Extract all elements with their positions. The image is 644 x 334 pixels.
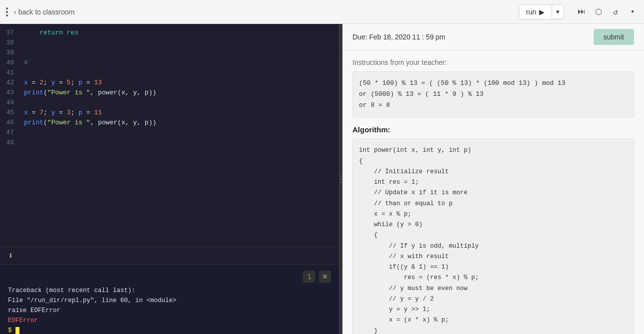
terminal-line-3: raise EOFError — [8, 306, 331, 316]
chevron-left-icon: ‹ — [14, 8, 16, 16]
line-number: 38 — [0, 38, 20, 48]
terminal-prompt: $ — [8, 327, 15, 334]
download-icon[interactable]: ⬇ — [8, 250, 13, 261]
code-line-48: 48 — [0, 138, 339, 148]
editor-panel: 37 return res 38 39 40 # 41 — [0, 24, 339, 334]
line-number: 37 — [0, 28, 20, 38]
line-content: x = 2; y = 5; p = 13 — [20, 78, 339, 88]
line-number: 40 — [0, 58, 20, 68]
code-line-41: 41 — [0, 68, 339, 78]
terminal-import-btn[interactable]: ⤵ — [303, 271, 315, 283]
instructions-label: Instructions from your teacher: — [352, 58, 634, 66]
terminal-line-1: Traceback (most recent call last): — [8, 286, 331, 296]
cube-icon[interactable]: ⬡ — [593, 6, 604, 17]
algo-label: Algorithm: — [352, 125, 634, 134]
toolbar-icons: ⏭ ⬡ ↺ ▪ — [576, 6, 638, 17]
menu-dots[interactable] — [6, 7, 8, 16]
code-line-44: 44 — [0, 98, 339, 108]
run-button[interactable]: run ▶ — [519, 5, 552, 19]
line-content: x = 7; y = 3; p = 11 — [20, 108, 339, 118]
run-label: run — [526, 8, 536, 16]
code-line-45: 45 x = 7; y = 3; p = 11 — [0, 108, 339, 118]
back-link-label: back to classroom — [18, 8, 75, 16]
dropdown-icon: ▾ — [556, 8, 560, 15]
line-number: 39 — [0, 48, 20, 58]
line-content: print("Power is ", power(x, y, p)) — [20, 118, 339, 128]
instructions-box: (50 * 100) % 13 = ( (50 % 13) * (100 mod… — [352, 71, 634, 117]
download-bar: ⬇ — [0, 247, 339, 264]
step-icon[interactable]: ⏭ — [576, 6, 587, 17]
terminal-toolbar: ⤵ ✕ — [8, 271, 331, 283]
line-number: 41 — [0, 68, 20, 78]
terminal-cursor — [15, 327, 19, 334]
code-line-42: 42 x = 2; y = 5; p = 13 — [0, 78, 339, 88]
terminal-line-2: File "/run_dir/repl.py", line 60, in <mo… — [8, 296, 331, 306]
due-date: Due: Feb 18, 2020 11 : 59 pm — [352, 33, 445, 41]
line-number: 42 — [0, 78, 20, 88]
code-line-47: 47 — [0, 128, 339, 138]
line-number: 47 — [0, 128, 20, 138]
terminal-output: Traceback (most recent call last): File … — [8, 286, 331, 334]
line-number: 44 — [0, 98, 20, 108]
algo-box: int power(int x, int y, int p) { // Init… — [352, 139, 634, 334]
stop-icon[interactable]: ▪ — [627, 6, 638, 17]
main-content: 37 return res 38 39 40 # 41 — [0, 24, 644, 334]
right-panel: Due: Feb 18, 2020 11 : 59 pm submit Inst… — [342, 24, 644, 334]
code-line-40: 40 # — [0, 58, 339, 68]
right-content[interactable]: Instructions from your teacher: (50 * 10… — [342, 50, 644, 334]
line-content: # — [20, 58, 339, 68]
code-area[interactable]: 37 return res 38 39 40 # 41 — [0, 24, 339, 247]
back-to-classroom-link[interactable]: ‹ back to classroom — [14, 8, 75, 16]
code-line-43: 43 print("Power is ", power(x, y, p)) — [0, 88, 339, 98]
refresh-icon[interactable]: ↺ — [610, 6, 621, 17]
code-line-46: 46 print("Power is ", power(x, y, p)) — [0, 118, 339, 128]
code-line-38: 38 — [0, 38, 339, 48]
run-dropdown-button[interactable]: ▾ — [552, 5, 564, 18]
resize-dots — [340, 175, 342, 183]
line-content: return res — [20, 28, 339, 38]
terminal-prompt-line: $ — [8, 326, 331, 334]
submit-button[interactable]: submit — [594, 29, 634, 45]
terminal-line-4: EOFError — [8, 316, 331, 326]
code-line-37: 37 return res — [0, 28, 339, 38]
code-line-39: 39 — [0, 48, 339, 58]
play-icon: ▶ — [539, 8, 545, 16]
line-number: 43 — [0, 88, 20, 98]
toolbar: ‹ back to classroom run ▶ ▾ ⏭ ⬡ ↺ ▪ — [0, 0, 644, 24]
right-header: Due: Feb 18, 2020 11 : 59 pm submit — [342, 24, 644, 50]
terminal-close-btn[interactable]: ✕ — [319, 271, 331, 283]
line-number: 45 — [0, 108, 20, 118]
line-number: 46 — [0, 118, 20, 128]
line-number: 48 — [0, 138, 20, 148]
run-button-group: run ▶ ▾ — [519, 4, 564, 19]
terminal-area[interactable]: ⤵ ✕ Traceback (most recent call last): F… — [0, 264, 339, 334]
line-content: print("Power is ", power(x, y, p)) — [20, 88, 339, 98]
